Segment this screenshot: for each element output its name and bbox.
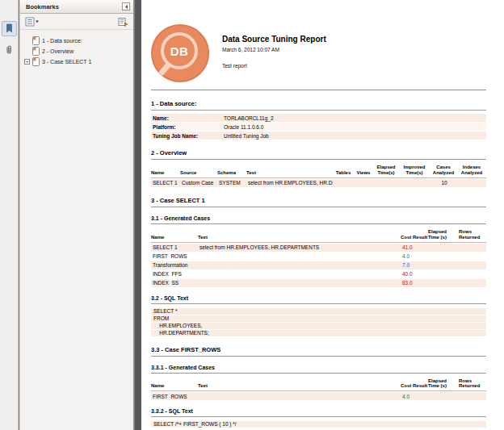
- bookmark-page-icon: [32, 36, 40, 46]
- column-header: Elapsed Time (s): [428, 378, 459, 390]
- cell-test: select from HR.EMPLOYEES, HR.DEPARTME...: [246, 180, 333, 186]
- cell-name: INDEX_FFS: [151, 271, 198, 277]
- report-header: DB Data Source Tuning Report March 6, 20…: [151, 24, 486, 82]
- cell-name: Transformation: [151, 262, 198, 268]
- column-header: Cases Analyzed: [430, 165, 457, 176]
- generated-cases-table-first-rows: Name Text Cost Result Elapsed Time (s) R…: [151, 378, 486, 401]
- cell-cost: 7.0: [401, 262, 428, 268]
- table-row: FIRST_ROWS 4.0: [151, 392, 486, 400]
- bookmark-icon: [5, 22, 14, 36]
- bookmark-page-icon: [32, 57, 40, 67]
- table-row: INDEX_FFS 40.0: [151, 270, 486, 278]
- options-list-icon: [25, 17, 40, 27]
- table-header-row: Name Text Cost Result Elapsed Time (s) R…: [151, 229, 486, 243]
- sql-line: SELECT /*+ FIRST_ROWS ( 10 ) */: [151, 421, 486, 428]
- db-tuning-logo: DB: [151, 24, 209, 82]
- cell-cases-analyzed: 10: [430, 180, 457, 186]
- column-header: Improved Time(s): [399, 165, 430, 176]
- table-row: Name: TORLABORCL11g_2: [151, 114, 486, 122]
- report-date: March 6, 2012 10:07 AM: [222, 47, 326, 52]
- report-title: Data Source Tuning Report: [222, 35, 326, 44]
- column-header: Elapsed Time (s): [428, 229, 459, 240]
- bookmark-options-menu-button[interactable]: [25, 17, 40, 27]
- table-header-row: Name Source Schema Test Tables Views Ela…: [151, 165, 486, 178]
- row-label: Platform:: [153, 124, 224, 130]
- data-source-table: Name: TORLABORCL11g_2 Platform: Oracle 1…: [151, 114, 486, 140]
- sql-text-block: SELECT * FROM HR.EMPLOYEES, HR.DEPARTMEN…: [151, 308, 486, 336]
- new-bookmark-icon: [118, 17, 128, 27]
- section-3-3-1-heading: 3.3.1 - Generated Cases: [151, 365, 486, 374]
- column-header: Text: [198, 235, 401, 240]
- section-3-3-heading: 3.3 - Case FIRST_ROWS: [151, 346, 486, 357]
- attachments-tab-button[interactable]: [2, 43, 17, 58]
- cell-name: INDEX_SS: [151, 280, 198, 286]
- table-row: Platform: Oracle 11.1.0.6.0: [151, 123, 486, 131]
- overview-table: Name Source Schema Test Tables Views Ela…: [151, 165, 486, 187]
- sql-line: HR.DEPARTMENTS;: [151, 330, 486, 336]
- column-header: Views: [354, 170, 373, 176]
- table-row: FIRST_ROWS 4.0: [151, 253, 486, 261]
- bookmark-label: 3 - Case SELECT 1: [42, 59, 91, 65]
- column-header: Elapsed Time(s): [373, 165, 399, 176]
- bookmark-item-overview[interactable]: 2 - Overview: [20, 46, 132, 56]
- bookmark-item-data-source[interactable]: 1 - Data source:: [20, 35, 132, 46]
- sql-text-block: SELECT /*+ FIRST_ROWS ( 10 ) */ FROM HR.…: [151, 421, 486, 430]
- column-header: Indexes Analyzed: [457, 165, 486, 176]
- section-3-1-heading: 3.1 - Generated Cases: [151, 215, 486, 224]
- table-row: SELECT 1 select from HR.EMPLOYEES, HR.DE…: [151, 244, 486, 252]
- column-header: Cost Result: [401, 383, 428, 389]
- column-header: Name: [151, 170, 180, 176]
- logo-text: DB: [170, 44, 189, 58]
- cell-cost: 4.0: [401, 394, 428, 399]
- section-3-heading: 3 - Case SELECT 1: [151, 197, 486, 207]
- row-label: Tuning Job Name:: [153, 133, 224, 139]
- cell-name: SELECT 1: [151, 244, 198, 250]
- viewer-background: [135, 0, 141, 430]
- section-3-2-heading: 3.2 - SQL Text: [151, 295, 486, 304]
- section-2-heading: 2 - Overview: [151, 149, 486, 160]
- column-header: Schema: [217, 170, 246, 176]
- cell-text: select from HR.EMPLOYEES, HR.DEPARTMENTS: [198, 244, 401, 250]
- column-header: Test: [246, 170, 333, 176]
- divider: [151, 90, 486, 90]
- bookmarks-panel: Bookmarks 1 - Data source:: [19, 0, 134, 430]
- column-header: Tables: [333, 170, 354, 176]
- bookmarks-panel-title: Bookmarks: [26, 3, 59, 10]
- column-header: Source: [180, 170, 217, 176]
- generated-cases-table: Name Text Cost Result Elapsed Time (s) R…: [151, 229, 486, 287]
- cell-cost: 83.0: [401, 280, 428, 286]
- magnifier-handle-icon: [158, 61, 172, 76]
- pdf-viewer-window: Bookmarks 1 - Data source:: [0, 0, 504, 430]
- bookmarks-tab-button[interactable]: [2, 21, 17, 36]
- column-header: Cost Result: [401, 235, 428, 240]
- section-3-3-2-heading: 3.3.2 - SQL Text: [151, 408, 486, 417]
- bookmark-label: 2 - Overview: [42, 48, 74, 54]
- bookmarks-tree: 1 - Data source: 2 - Overview + 3 - Case…: [20, 30, 133, 67]
- row-value: TORLABORCL11g_2: [224, 115, 274, 121]
- cell-cost: 41.0: [401, 244, 428, 250]
- bookmark-item-case-select-1[interactable]: + 3 - Case SELECT 1: [20, 56, 132, 67]
- row-value: Untitled Tuning Job: [224, 133, 269, 139]
- bookmarks-panel-header: Bookmarks: [20, 0, 133, 14]
- cell-cost: 40.0: [401, 271, 428, 277]
- report-subtitle: Test report: [222, 63, 326, 69]
- table-row: Transformation 7.0: [151, 261, 486, 269]
- document-page[interactable]: DB Data Source Tuning Report March 6, 20…: [141, 0, 504, 430]
- sql-line: HR.EMPLOYEES,: [151, 323, 486, 329]
- sql-line: FROM: [151, 315, 486, 322]
- cell-name: FIRST_ROWS: [151, 253, 198, 259]
- row-label: Name:: [153, 115, 224, 121]
- collapse-panel-button[interactable]: [122, 2, 130, 10]
- table-header-row: Name Text Cost Result Elapsed Time (s) R…: [151, 378, 486, 392]
- cell-source: Custom Case: [180, 180, 217, 186]
- row-value: Oracle 11.1.0.6.0: [224, 124, 263, 130]
- report-title-block: Data Source Tuning Report March 6, 2012 …: [222, 24, 326, 69]
- bookmark-page-icon: [32, 47, 40, 56]
- navigation-pane-tabs: [0, 0, 19, 430]
- collapse-arrow-icon: [124, 4, 129, 10]
- new-bookmark-button[interactable]: [118, 17, 128, 27]
- table-row: SELECT 1 Custom Case SYSTEM select from …: [151, 179, 486, 187]
- table-row: INDEX_SS 83.0: [151, 279, 486, 287]
- expand-icon[interactable]: +: [24, 59, 30, 65]
- section-1-heading: 1 - Data source:: [151, 100, 486, 111]
